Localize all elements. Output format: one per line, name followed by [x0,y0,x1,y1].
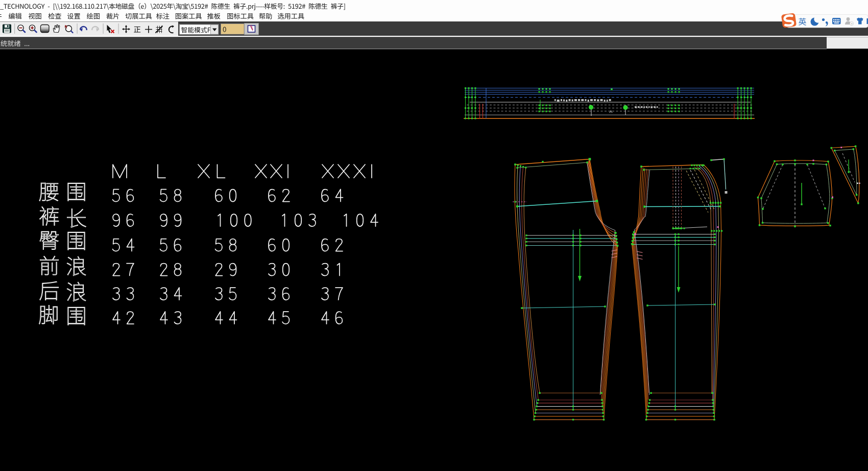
svg-text:?: ? [851,22,853,26]
